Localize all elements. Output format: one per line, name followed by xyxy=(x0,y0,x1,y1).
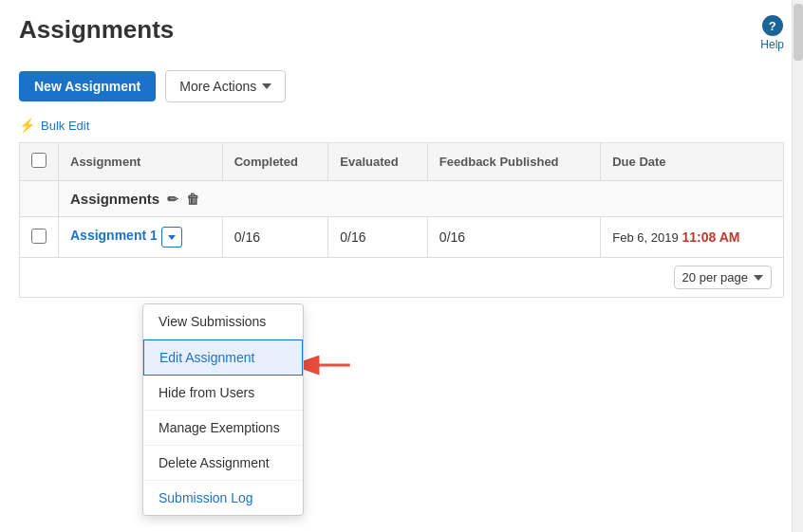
per-page-select[interactable]: 20 per page xyxy=(674,266,772,289)
assignment-dropdown-button[interactable] xyxy=(161,227,182,248)
per-page-chevron-icon xyxy=(754,275,763,281)
toolbar: New Assignment More Actions xyxy=(19,70,784,102)
assignment-dropdown-menu: View Submissions Edit Assignment Hide fr… xyxy=(142,303,304,516)
table-row: Assignment 1 0/16 0/16 0/16 Feb 6, 2019 … xyxy=(20,217,784,258)
row-assignment-cell: Assignment 1 xyxy=(59,217,223,258)
dropdown-item-edit-assignment[interactable]: Edit Assignment xyxy=(143,339,303,376)
col-feedback-header: Feedback Published xyxy=(427,143,600,181)
pagination-row: 20 per page xyxy=(19,258,784,298)
assignment-link[interactable]: Assignment 1 xyxy=(70,228,158,243)
col-completed-header: Completed xyxy=(222,143,328,181)
col-assignment-header: Assignment xyxy=(59,143,223,181)
group-label-cell: Assignments ✏ 🗑 xyxy=(59,181,784,217)
assignment-name: Assignment 1 xyxy=(70,228,158,243)
per-page-label: 20 per page xyxy=(682,270,748,284)
col-evaluated-header: Evaluated xyxy=(328,143,428,181)
bulk-edit-row[interactable]: ⚡ Bulk Edit xyxy=(19,118,784,133)
row-evaluated-cell: 0/16 xyxy=(328,217,428,258)
dropdown-item-manage-exemptions[interactable]: Manage Exemptions xyxy=(143,411,303,446)
help-icon: ? xyxy=(762,15,783,36)
page-title: Assignments xyxy=(19,15,174,45)
bulk-edit-icon: ⚡ xyxy=(19,118,35,133)
page-header: Assignments ? Help xyxy=(19,15,784,51)
scrollbar-thumb[interactable] xyxy=(794,4,803,61)
assignments-table: Assignment Completed Evaluated Feedback … xyxy=(19,142,784,258)
more-actions-button[interactable]: More Actions xyxy=(165,70,286,102)
due-time-text: 11:08 AM xyxy=(682,229,740,245)
help-label: Help xyxy=(760,38,784,51)
dropdown-item-delete-assignment[interactable]: Delete Assignment xyxy=(143,446,303,481)
row-completed-cell: 0/16 xyxy=(222,217,328,258)
delete-group-icon[interactable]: 🗑 xyxy=(186,192,199,207)
group-row: Assignments ✏ 🗑 xyxy=(20,181,784,217)
chevron-down-icon xyxy=(262,83,271,89)
row-duedate-cell: Feb 6, 2019 11:08 AM xyxy=(601,217,784,258)
row-checkbox[interactable] xyxy=(31,229,47,244)
page-wrapper: Assignments ? Help New Assignment More A… xyxy=(0,0,803,532)
help-link[interactable]: ? Help xyxy=(760,15,784,51)
edit-group-icon[interactable]: ✏ xyxy=(167,192,178,207)
due-date-text: Feb 6, 2019 xyxy=(612,230,678,245)
group-label: Assignments xyxy=(70,191,159,207)
new-assignment-button[interactable]: New Assignment xyxy=(19,71,156,101)
more-actions-label: More Actions xyxy=(179,79,256,94)
select-all-checkbox[interactable] xyxy=(31,153,47,168)
group-check-cell xyxy=(20,181,59,217)
group-row-inner: Assignments ✏ 🗑 xyxy=(70,191,772,207)
row-feedback-cell: 0/16 xyxy=(427,217,600,258)
col-duedate-header: Due Date xyxy=(601,143,784,181)
chevron-down-blue-icon xyxy=(168,235,176,240)
scrollbar-track xyxy=(792,0,803,532)
dropdown-item-hide-from-users[interactable]: Hide from Users xyxy=(143,376,303,411)
row-check-cell xyxy=(20,217,59,258)
table-header-row: Assignment Completed Evaluated Feedback … xyxy=(20,143,784,181)
dropdown-item-submission-log[interactable]: Submission Log xyxy=(143,481,303,515)
bulk-edit-label: Bulk Edit xyxy=(41,119,89,133)
col-check-header xyxy=(20,143,59,181)
dropdown-item-view-submissions[interactable]: View Submissions xyxy=(143,304,303,339)
